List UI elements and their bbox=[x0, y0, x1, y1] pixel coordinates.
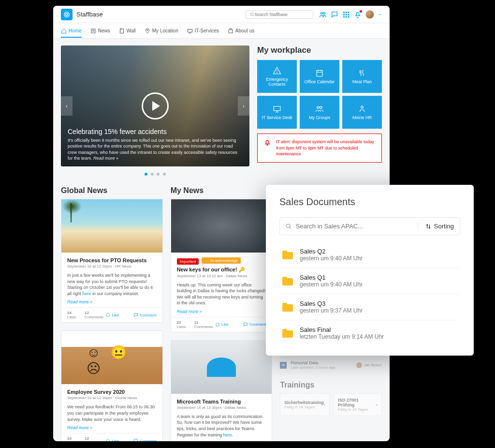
card-teams[interactable]: Microsoft Teams Training September 16 at… bbox=[171, 340, 273, 441]
hero-carousel[interactable]: ‹ › Celebrating 15% fewer accidents It's… bbox=[61, 45, 249, 166]
dot[interactable] bbox=[163, 173, 166, 176]
card-title: New Process for PTO Requests bbox=[67, 257, 157, 263]
folder-icon bbox=[282, 329, 293, 338]
chat-icon[interactable] bbox=[331, 11, 338, 18]
svg-point-36 bbox=[267, 145, 267, 145]
link[interactable]: here bbox=[223, 433, 232, 437]
card-meta: September 16 at 12:30pm · HR News bbox=[67, 264, 157, 269]
card-image bbox=[61, 331, 162, 384]
sort-button[interactable]: Sorting bbox=[418, 223, 454, 230]
alert-text: IT alert: disponent system will be unava… bbox=[276, 139, 376, 157]
bell-icon[interactable] bbox=[354, 11, 362, 18]
chevron-down-icon[interactable] bbox=[378, 13, 382, 16]
comment-button[interactable]: Comment bbox=[243, 322, 266, 327]
svg-rect-11 bbox=[348, 14, 349, 15]
main-nav: Home News Wall My Location IT-Services A… bbox=[53, 23, 390, 39]
people-icon[interactable] bbox=[319, 11, 327, 18]
training-card[interactable]: SicherheitstrainingFällig in 14 Tagen› bbox=[280, 393, 330, 416]
like-button[interactable]: Like bbox=[215, 322, 229, 327]
svg-point-5 bbox=[323, 12, 325, 14]
readmore[interactable]: Read more » bbox=[67, 425, 157, 430]
svg-point-35 bbox=[361, 106, 364, 108]
card-image bbox=[61, 199, 162, 253]
panel-search-input[interactable] bbox=[296, 223, 410, 230]
svg-point-0 bbox=[64, 12, 70, 17]
alert-icon bbox=[263, 139, 271, 147]
panel-search[interactable] bbox=[286, 223, 410, 230]
card-image bbox=[171, 341, 272, 394]
nav-location[interactable]: My Location bbox=[145, 24, 178, 38]
doc-item[interactable]: WPersonal DataLast updated: 3 hours agoJ… bbox=[280, 358, 382, 373]
nav-news[interactable]: News bbox=[90, 24, 110, 38]
svg-rect-6 bbox=[343, 12, 345, 13]
tile-it[interactable]: IT Service Desk bbox=[257, 96, 297, 129]
tag-acknowledge[interactable]: To acknowledge bbox=[202, 257, 240, 264]
carousel-next[interactable]: › bbox=[238, 96, 249, 116]
like-button[interactable]: Like bbox=[105, 313, 119, 317]
tile-groups[interactable]: My Groups bbox=[300, 96, 339, 129]
tile-meal[interactable]: Meal Plan bbox=[342, 60, 382, 93]
dot[interactable] bbox=[145, 173, 147, 176]
folder-icon bbox=[282, 277, 293, 285]
card-text: Heads up: This coming week our office bu… bbox=[177, 282, 266, 306]
nav-wall[interactable]: Wall bbox=[119, 24, 136, 38]
svg-rect-26 bbox=[317, 71, 322, 76]
play-icon[interactable] bbox=[142, 92, 169, 119]
folder-item[interactable]: Sales Q1gestern um 9:40 AM Uhr bbox=[279, 268, 460, 294]
folder-item[interactable]: Sales Finalletzten Tuesday um 9:14 AM Uh… bbox=[279, 320, 460, 346]
topbar: Staffbase bbox=[53, 6, 390, 23]
svg-line-3 bbox=[253, 15, 254, 16]
carousel-prev[interactable]: ‹ bbox=[61, 96, 73, 116]
card-text: A team is only as good as its communicat… bbox=[177, 414, 266, 438]
avatar[interactable] bbox=[365, 10, 374, 19]
svg-rect-7 bbox=[346, 12, 347, 13]
card-title: New keys for our office! 🔑 bbox=[177, 267, 266, 273]
svg-rect-8 bbox=[348, 12, 349, 13]
svg-point-1 bbox=[66, 13, 68, 15]
svg-rect-30 bbox=[274, 106, 280, 111]
card-survey[interactable]: Employee Survey 2020 September 16 at 12:… bbox=[61, 330, 163, 441]
global-search[interactable] bbox=[246, 10, 313, 19]
dot[interactable] bbox=[151, 173, 154, 176]
word-icon: W bbox=[280, 362, 287, 369]
carousel-dots bbox=[61, 171, 249, 177]
svg-rect-18 bbox=[120, 29, 123, 33]
svg-rect-23 bbox=[229, 30, 233, 33]
link[interactable]: here bbox=[83, 291, 91, 296]
search-icon bbox=[286, 223, 292, 230]
brand-name: Staffbase bbox=[76, 11, 103, 18]
training-card[interactable]: ISO 27001 PrüfungFällig in 10 Tagen› bbox=[334, 393, 382, 416]
svg-point-2 bbox=[250, 13, 253, 15]
like-button[interactable]: Like bbox=[105, 438, 119, 441]
comment-button[interactable]: Comment bbox=[133, 313, 157, 317]
comment-button[interactable]: Comment bbox=[133, 438, 157, 441]
folder-item[interactable]: Sales Q3gestern um 9:37 AM Uhr bbox=[279, 294, 460, 320]
nav-about[interactable]: About us bbox=[228, 24, 254, 38]
top-icons bbox=[319, 10, 382, 19]
folder-item[interactable]: Sales Q2gestern um 9:40 AM Uhr bbox=[279, 242, 460, 268]
readmore[interactable]: Read more » bbox=[67, 299, 157, 304]
tile-hr[interactable]: Meine HR bbox=[342, 96, 382, 129]
trainings-widget: Trainings SicherheitstrainingFällig in 1… bbox=[280, 381, 382, 416]
hero-desc: It's officially been 9 months since we r… bbox=[68, 137, 243, 162]
svg-point-37 bbox=[287, 224, 291, 228]
trainings-title: Trainings bbox=[280, 381, 382, 389]
svg-rect-12 bbox=[343, 16, 345, 17]
folder-icon bbox=[282, 251, 293, 259]
search-input[interactable] bbox=[254, 12, 309, 17]
hero-caption: Celebrating 15% fewer accidents It's off… bbox=[68, 128, 243, 162]
tag-important: Important bbox=[177, 258, 199, 265]
dot[interactable] bbox=[157, 173, 160, 176]
nav-home[interactable]: Home bbox=[61, 24, 82, 38]
card-keys[interactable]: Important To acknowledge New keys for ou… bbox=[171, 199, 273, 332]
nav-it[interactable]: IT-Services bbox=[187, 24, 219, 38]
readmore[interactable]: Read more » bbox=[177, 309, 266, 314]
tile-emergency[interactable]: Emergency Contacts bbox=[257, 60, 297, 93]
chevron-right-icon: › bbox=[324, 403, 325, 407]
card-meta: September 13 at 10:12 am · Dallas News bbox=[177, 274, 266, 278]
hero-readmore[interactable]: Read more » bbox=[93, 156, 118, 161]
tile-calendar[interactable]: Office Calendar bbox=[300, 60, 339, 93]
card-pto[interactable]: New Process for PTO Requests September 1… bbox=[61, 199, 163, 323]
my-news-col: My News Important To acknowledge New key… bbox=[171, 186, 273, 441]
apps-icon[interactable] bbox=[342, 11, 350, 18]
